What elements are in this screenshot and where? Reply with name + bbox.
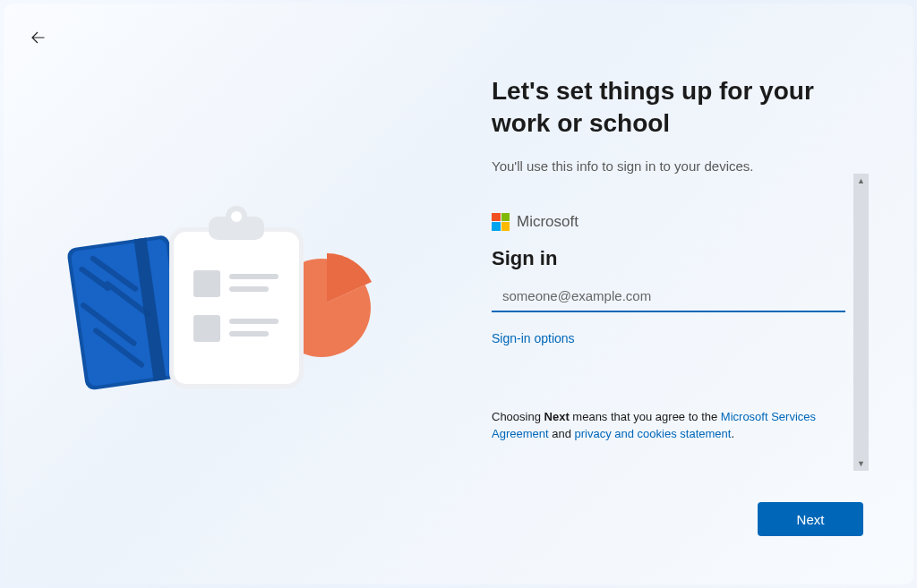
microsoft-brand: Microsoft (492, 213, 845, 231)
illustration (57, 200, 398, 397)
legal-text: Choosing Next means that you agree to th… (492, 408, 845, 443)
svg-rect-13 (229, 319, 279, 324)
scroll-up-arrow-icon[interactable]: ▲ (853, 174, 869, 188)
oobe-window: Let's set things up for your work or sch… (4, 4, 913, 584)
signin-heading: Sign in (492, 247, 845, 270)
svg-point-8 (231, 211, 242, 222)
back-button[interactable] (27, 27, 48, 48)
microsoft-brand-label: Microsoft (517, 213, 578, 231)
svg-rect-10 (229, 274, 279, 279)
legal-prefix: Choosing (492, 410, 544, 423)
svg-rect-5 (174, 232, 299, 384)
microsoft-logo-icon (492, 213, 510, 231)
svg-rect-14 (229, 331, 269, 337)
page-subtitle: You'll use this info to sign in to your … (492, 158, 869, 174)
svg-rect-12 (193, 315, 220, 342)
back-arrow-icon (30, 30, 46, 46)
privacy-statement-link[interactable]: privacy and cookies statement (575, 427, 732, 440)
legal-suffix: . (731, 427, 734, 440)
main-content: Let's set things up for your work or sch… (492, 75, 869, 549)
svg-rect-2 (71, 239, 184, 387)
next-button[interactable]: Next (758, 502, 863, 536)
legal-bold: Next (544, 410, 570, 423)
signin-options-link[interactable]: Sign-in options (492, 331, 575, 345)
legal-and: and (549, 427, 575, 440)
legal-mid: means that you agree to the (570, 410, 721, 423)
svg-rect-9 (193, 270, 220, 297)
scrollbar[interactable]: ▲ ▼ (853, 174, 869, 471)
signin-panel: Microsoft Sign in Sign-in options Choosi… (492, 213, 869, 443)
page-title: Let's set things up for your work or sch… (492, 75, 869, 141)
svg-rect-11 (229, 286, 269, 292)
email-field[interactable] (492, 283, 845, 312)
scroll-down-arrow-icon[interactable]: ▼ (853, 456, 869, 471)
